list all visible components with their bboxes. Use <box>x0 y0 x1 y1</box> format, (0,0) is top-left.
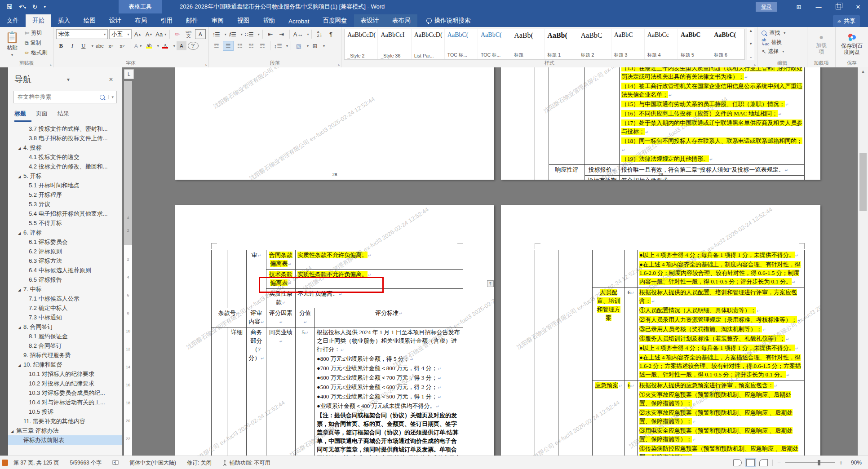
nav-tab-标题[interactable]: 标题 <box>14 108 31 122</box>
replace-button[interactable]: ab↳ac替换 <box>760 38 804 47</box>
document-canvas[interactable]: L 642 2468101214161820222426283032343638… <box>122 67 858 456</box>
ribbon-tab-绘图[interactable]: 绘图 <box>77 14 102 27</box>
format-painter-button[interactable]: ✏格式刷 <box>23 49 49 57</box>
collapse-triangle-icon[interactable]: ◢ <box>18 172 23 181</box>
superscript-button[interactable]: x2 <box>117 41 127 50</box>
nav-heading-item[interactable]: ◢5. 开标 <box>8 171 122 181</box>
strikethrough-button[interactable]: abc <box>95 41 105 50</box>
web-layout-icon[interactable] <box>759 459 768 466</box>
nav-heading-item[interactable]: 5.4 电子招标开标的其他要求... <box>8 209 122 218</box>
chevron-down-icon[interactable]: ▾ <box>63 76 73 83</box>
justify-icon[interactable]: ☵ <box>246 41 256 50</box>
close-nav-icon[interactable]: ✕ <box>105 76 117 83</box>
show-marks-icon[interactable]: ¶ <box>326 30 336 39</box>
phonetic-guide-icon[interactable]: wén文 <box>184 30 194 39</box>
select-button[interactable]: ↖选择▾ <box>760 47 804 56</box>
print-layout-icon[interactable] <box>746 459 755 466</box>
character-border-icon[interactable]: A <box>195 29 206 39</box>
font-size-combo[interactable]: 小五▾ <box>109 29 131 39</box>
track-changes-indicator[interactable]: 修订: 关闭 <box>182 459 217 467</box>
style-item[interactable]: AaBbCc标题 4 <box>645 29 678 59</box>
redo-icon[interactable]: ↻ <box>32 4 38 10</box>
tell-me-search[interactable]: 操作说明搜索 <box>422 14 475 27</box>
increase-indent-icon[interactable]: ⇥ <box>277 30 287 39</box>
language-indicator[interactable]: 简体中文(中国大陆) <box>124 459 182 467</box>
nav-heading-item[interactable]: 7.3 中标通知 <box>8 313 122 322</box>
nav-heading-item[interactable]: 5.1 开标时间和地点 <box>8 181 122 190</box>
gallery-more-icon[interactable]: ⌄ <box>749 55 753 59</box>
align-left-icon[interactable]: ☲ <box>212 41 221 50</box>
change-case-icon[interactable]: Aa▾ <box>155 30 167 39</box>
zoom-out-icon[interactable]: − <box>777 459 781 466</box>
font-family-combo[interactable]: 宋体▾ <box>56 29 108 39</box>
nav-heading-item[interactable]: ◢10. 纪律和监督 <box>8 360 122 369</box>
character-shading-icon[interactable]: A <box>177 41 186 50</box>
sort-icon[interactable]: AZ↓ <box>314 30 324 39</box>
object-anchor-icon[interactable]: ¶ <box>487 280 494 287</box>
read-mode-icon[interactable] <box>733 459 742 466</box>
clear-formatting-icon[interactable]: ✏ <box>173 30 182 39</box>
font-color-button[interactable]: A <box>160 41 170 50</box>
style-item[interactable]: AaBb(标题 1 <box>545 29 578 59</box>
nav-heading-item[interactable]: 10.1 对招标人的纪律要求 <box>8 369 122 379</box>
collapse-triangle-icon[interactable]: ◢ <box>11 427 16 435</box>
tab-stop-selector[interactable]: L <box>124 69 134 79</box>
nav-tab-结果[interactable]: 结果 <box>58 108 75 122</box>
nav-heading-item[interactable]: 10.3 对评标委员会成员的纪... <box>8 388 122 398</box>
ribbon-tab-开始[interactable]: 开始 <box>26 14 51 27</box>
style-item[interactable]: AaBbCcD(_Style 2 <box>345 29 378 59</box>
ribbon-tab-帮助[interactable]: 帮助 <box>256 14 282 27</box>
zoom-level[interactable]: 90% <box>847 460 862 466</box>
text-effects-icon[interactable]: A▾ <box>133 41 143 50</box>
nav-heading-item[interactable]: 6.2 评标原则 <box>8 247 122 256</box>
page-31[interactable]: ●以上 4 项齐全得 4 分；每具备 1 项得 1 分，未提供不得分。↵●在上述… <box>501 205 820 456</box>
nav-heading-item[interactable]: 5.5 不得开标 <box>8 218 122 228</box>
ribbon-tab-引用[interactable]: 引用 <box>154 14 179 27</box>
nav-heading-item[interactable]: 7.2 确定中标人 <box>8 303 122 313</box>
zoom-in-icon[interactable]: + <box>839 459 843 466</box>
nav-heading-item[interactable]: 7.1 中标候选人公示 <box>8 294 122 303</box>
gallery-up-icon[interactable]: ▲ <box>749 29 753 33</box>
restore-icon[interactable] <box>828 0 848 13</box>
align-center-icon[interactable]: ☰ <box>223 41 234 51</box>
styles-gallery-scroll[interactable]: ▲ ▼ ⌄ <box>747 28 754 60</box>
nav-heading-item[interactable]: 3.8 电子招标的投标文件上传... <box>8 133 122 143</box>
nav-heading-item[interactable]: ◢6. 评标 <box>8 228 122 237</box>
nav-heading-item[interactable]: ◢7. 中标 <box>8 284 122 294</box>
collapse-triangle-icon[interactable]: ◢ <box>18 144 23 152</box>
word-count[interactable]: 5/59663 个字 <box>64 459 107 467</box>
nav-heading-item[interactable]: ◢8. 合同签订 <box>8 322 122 332</box>
line-spacing-icon[interactable]: ↕☰ <box>273 41 283 50</box>
paste-button[interactable]: 📋 粘贴▾ <box>3 29 22 60</box>
page-28[interactable]: 28 沈阳磐石物业管理有限公司 ex-fucl3 2026-02-24 12:5… <box>175 67 494 180</box>
save-icon[interactable]: 🖫 <box>6 4 13 10</box>
status-app-icon[interactable] <box>2 460 8 466</box>
ribbon-tab-文件[interactable]: 文件 <box>0 14 26 27</box>
style-item[interactable]: AaBbC标题 5 <box>678 29 711 59</box>
nav-heading-item[interactable]: 4.2 投标文件的修改、撤回和... <box>8 162 122 171</box>
nav-search-box[interactable]: ▾ <box>13 91 117 103</box>
style-item[interactable]: AaBbC(TOC 标... <box>445 29 478 59</box>
undo-icon[interactable]: ↶▾ <box>19 4 26 10</box>
zoom-slider-thumb[interactable] <box>818 460 820 465</box>
distribute-icon[interactable]: ☶ <box>257 41 267 50</box>
nav-heading-item[interactable]: 10.5 投诉 <box>8 407 122 416</box>
addins-button[interactable]: ● 加载项 <box>811 29 832 60</box>
share-button[interactable]: ⌮ 共享 <box>833 15 860 27</box>
nav-heading-item[interactable]: 3.7 投标文件的式样、密封和... <box>8 124 122 133</box>
style-item[interactable]: AaBbC标题 3 <box>611 29 645 59</box>
close-icon[interactable]: ✕ <box>848 0 868 13</box>
minimize-icon[interactable]: — <box>809 0 828 13</box>
decrease-indent-icon[interactable]: ⇤ <box>266 30 275 39</box>
font-dialog-launcher-icon[interactable]: ⌞ <box>205 62 207 66</box>
vertical-ruler[interactable]: 42246810121416182022 <box>124 81 132 456</box>
nav-heading-item[interactable]: 9. 招标代理服务费 <box>8 350 122 360</box>
ribbon-tab-设计[interactable]: 设计 <box>102 14 128 27</box>
clipboard-dialog-launcher-icon[interactable]: ⌞ <box>50 62 52 66</box>
italic-button[interactable]: I <box>67 41 77 50</box>
ribbon-tab-审阅[interactable]: 审阅 <box>205 14 230 27</box>
ribbon-tab-布局[interactable]: 布局 <box>128 14 154 27</box>
nav-heading-item[interactable]: 11. 需要补充的其他内容 <box>8 416 122 426</box>
copy-button[interactable]: ⧉复制 <box>23 39 49 47</box>
nav-heading-item[interactable]: 5.2 开标程序 <box>8 190 122 199</box>
